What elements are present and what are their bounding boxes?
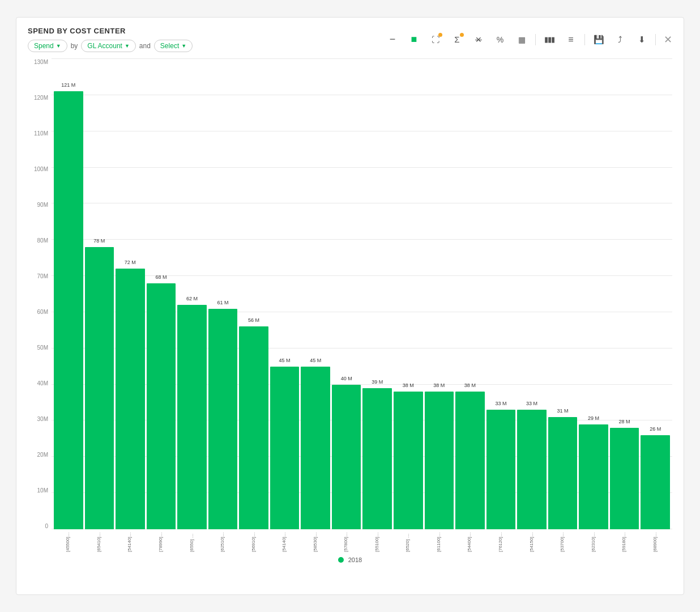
bar-group[interactable]: 78 M — [85, 59, 114, 529]
bar[interactable]: 78 M — [85, 247, 114, 529]
x-label-group: [53700] 53700 — [548, 529, 578, 552]
bar-group[interactable]: 68 M — [147, 59, 176, 529]
bar[interactable]: 31 M — [548, 417, 578, 529]
x-axis-label: [59180] 59100 — [622, 532, 627, 552]
x-axis: [45500] 6500[65410] 6S410[54140] 54140[7… — [52, 529, 672, 552]
account-label: GL Account — [87, 42, 122, 50]
spend-filter-btn[interactable]: Spend ▼ — [28, 40, 67, 52]
y-axis-label: 50M — [28, 345, 52, 351]
bar-group[interactable]: 40 M — [332, 59, 361, 529]
bar-group[interactable]: 45 M — [301, 59, 330, 529]
bar[interactable]: 68 M — [147, 283, 176, 529]
x-label-group: [78990] 78990 — [147, 529, 176, 552]
legend-row: 2018 — [28, 556, 672, 563]
y-axis-label: 0 — [28, 523, 52, 529]
bar[interactable]: 38 M — [455, 392, 485, 529]
toolbar: − ■ ⛶ Σ ✕ % ▦ ▮▮▮ ≡ 💾 ⤴ ⬇ ✕ — [385, 32, 672, 48]
bar-group[interactable]: 121 M — [54, 59, 83, 529]
chart-container: SPEND BY COST CENTER Spend ▼ by GL Accou… — [16, 17, 684, 595]
bar[interactable]: 45 M — [301, 367, 330, 529]
download-icon[interactable]: ⬇ — [634, 32, 650, 48]
x-label-group: [76120] 76120 — [486, 529, 516, 552]
crop-icon[interactable]: ⛶ — [428, 32, 443, 48]
select-filter-btn[interactable]: Select ▼ — [154, 40, 193, 52]
bar[interactable]: 40 M — [332, 385, 361, 529]
bar[interactable]: 38 M — [394, 392, 423, 529]
y-axis-label: 20M — [28, 452, 52, 458]
bar-value-label: 56 M — [248, 317, 259, 323]
x-axis-label: [54140] 56140 — [282, 532, 287, 552]
bar-value-label: 40 M — [341, 376, 352, 381]
bar[interactable]: 61 M — [208, 309, 238, 529]
bar-value-label: 68 M — [155, 274, 167, 280]
bar[interactable]: 56 M — [239, 326, 268, 529]
y-axis-label: 60M — [28, 309, 52, 315]
header-row: SPEND BY COST CENTER Spend ▼ by GL Accou… — [28, 27, 672, 52]
y-axis-label: 30M — [28, 416, 52, 422]
bar[interactable]: 39 M — [362, 388, 392, 529]
bar-group[interactable]: 39 M — [362, 59, 392, 529]
save-icon[interactable]: 💾 — [591, 32, 607, 48]
bar-value-label: 61 M — [217, 300, 228, 305]
bar-group[interactable]: 62 M — [177, 59, 207, 529]
y-axis-label: 130M — [28, 59, 52, 65]
x-label-group: [56910] 56910 — [239, 529, 268, 552]
filter-row: Spend ▼ by GL Account ▼ and Select ▼ — [28, 40, 193, 52]
chart-title: SPEND BY COST CENTER — [28, 27, 193, 35]
sigma-badge — [460, 33, 464, 37]
bar-group[interactable]: 38 M — [394, 59, 423, 529]
bar-group[interactable]: 38 M — [455, 59, 485, 529]
close-icon[interactable]: ✕ — [664, 33, 672, 46]
bar-group[interactable]: 31 M — [548, 59, 578, 529]
bar-value-label: 121 M — [61, 82, 75, 88]
bar-value-label: 29 M — [588, 415, 599, 421]
x-axis-label: [45500] 6500 — [66, 532, 71, 552]
x-axis-label: [78990] 78990 — [159, 532, 164, 552]
bar[interactable]: 38 M — [425, 392, 454, 529]
bar[interactable]: 62 M — [177, 305, 207, 529]
bar-group[interactable]: 33 M — [486, 59, 516, 529]
x-label-group: [61100] 61100 — [425, 529, 454, 552]
bar-group[interactable]: 29 M — [579, 59, 608, 529]
list-icon[interactable]: ≡ — [563, 32, 579, 48]
x-axis-label: [56910] 56910 — [251, 532, 257, 552]
bar-group[interactable]: 33 M — [517, 59, 547, 529]
bar-value-label: 26 M — [650, 426, 661, 432]
x-axis-label: [61100] 61100 — [437, 532, 442, 552]
bar[interactable]: 33 M — [517, 410, 547, 529]
bar-group[interactable]: 26 M — [641, 59, 670, 529]
bar-group[interactable]: 56 M — [239, 59, 268, 529]
x-axis-label: [58530] 56930 — [313, 532, 318, 552]
minus-icon[interactable]: − — [385, 32, 400, 48]
percent-icon[interactable]: % — [492, 32, 508, 48]
y-axis: 010M20M30M40M50M60M70M80M90M100M110M120M… — [28, 59, 52, 529]
bar[interactable]: 26 M — [641, 435, 670, 529]
bar[interactable]: 45 M — [270, 367, 300, 529]
bar[interactable]: 28 M — [610, 428, 639, 529]
bar[interactable]: 29 M — [579, 424, 608, 529]
bar-group[interactable]: 61 M — [208, 59, 238, 529]
x-label-group: [54140] 54140 — [116, 529, 145, 552]
y-axis-label: 80M — [28, 237, 52, 244]
bar[interactable]: 33 M — [486, 410, 516, 529]
table-view-icon[interactable]: ▦ — [514, 32, 530, 48]
bar-chart-icon[interactable]: ▮▮▮ — [541, 32, 557, 48]
bar-group[interactable]: 38 M — [425, 59, 454, 529]
no-filter-icon[interactable]: ✕ — [471, 32, 486, 48]
bar-group[interactable]: 45 M — [270, 59, 300, 529]
sigma-icon[interactable]: Σ — [449, 32, 465, 48]
x-axis-label: [6550] Konsultar-... — [190, 532, 195, 552]
select-label: Select — [160, 42, 179, 50]
share-icon[interactable]: ⤴ — [612, 32, 628, 48]
green-square-icon[interactable]: ■ — [406, 32, 422, 48]
bar-value-label: 38 M — [433, 382, 445, 388]
x-label-group: [54150] 54150 — [517, 529, 547, 552]
bar[interactable]: 72 M — [116, 269, 145, 529]
x-label-group: [62310] 62310 — [579, 529, 608, 552]
bar[interactable]: 121 M — [54, 91, 83, 529]
bar-value-label: 78 M — [93, 238, 105, 244]
title-section: SPEND BY COST CENTER Spend ▼ by GL Accou… — [28, 27, 193, 52]
bar-group[interactable]: 28 M — [610, 59, 639, 529]
account-filter-btn[interactable]: GL Account ▼ — [81, 40, 136, 52]
bar-group[interactable]: 72 M — [116, 59, 145, 529]
